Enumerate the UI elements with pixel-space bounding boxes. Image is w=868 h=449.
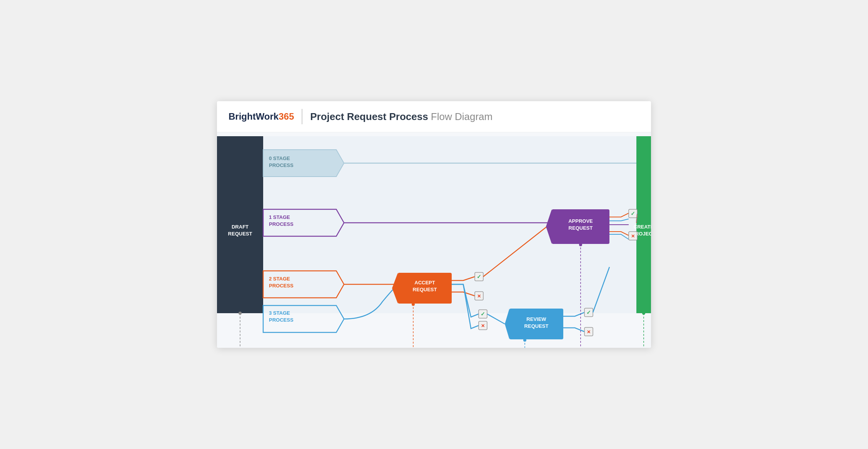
- review-label1: REVIEW: [526, 316, 546, 322]
- review-check-mark1: ✓: [481, 311, 485, 317]
- logo-365: 365: [279, 111, 294, 122]
- approve-label2: REQUEST: [569, 225, 593, 231]
- blue-to-review: [487, 314, 505, 324]
- approve-check-mark: ✓: [631, 210, 635, 217]
- draft-request-label: DRAFT: [232, 224, 249, 230]
- accept-x-mark: ✕: [477, 294, 481, 299]
- approve-x-mark: ✕: [631, 234, 635, 239]
- logo-brightwork: BrightWork: [229, 111, 279, 122]
- accept-dot: [412, 303, 415, 306]
- accept-label1: ACCEPT: [414, 280, 435, 285]
- approve-label1: APPROVE: [568, 218, 593, 224]
- draft-request-label2: REQUEST: [228, 231, 252, 237]
- logo-divider: [302, 109, 302, 124]
- review-x-mark1: ✕: [481, 323, 485, 329]
- logo-text: BrightWork365: [229, 111, 294, 122]
- logo-section: BrightWork365: [229, 111, 294, 122]
- stage2-label: PROCESS: [269, 283, 294, 289]
- stage3-label: PROCESS: [269, 317, 294, 323]
- review-dot: [523, 339, 526, 342]
- review-to-approve-down: [563, 328, 584, 332]
- stage0-number: 0 STAGE: [269, 155, 290, 161]
- create-project-label: CREATE: [634, 224, 651, 230]
- approve-dot: [579, 243, 582, 246]
- draft-dot: [239, 312, 242, 315]
- diagram-svg: DRAFT REQUEST CREATE PROJECT 0 STAGE PRO…: [217, 132, 651, 348]
- title-flow: Flow Diagram: [431, 111, 492, 122]
- stage3-number: 3 STAGE: [269, 310, 290, 316]
- review-x-mark2: ✕: [587, 329, 591, 335]
- title-bold: Project Request Process: [310, 111, 428, 122]
- review-check-mark2: ✓: [586, 309, 591, 315]
- page-container: BrightWork365 Project Request Process Fl…: [217, 101, 651, 348]
- header-title: Project Request Process Flow Diagram: [310, 111, 492, 123]
- header: BrightWork365 Project Request Process Fl…: [217, 101, 651, 132]
- stage2-number: 2 STAGE: [269, 276, 290, 282]
- accept-label2: REQUEST: [413, 287, 437, 292]
- stage1-number: 1 STAGE: [269, 214, 290, 220]
- review-label2: REQUEST: [524, 323, 549, 329]
- stage0-label: PROCESS: [269, 162, 294, 168]
- create-dot: [642, 312, 645, 315]
- accept-check-mark: ✓: [477, 274, 481, 280]
- stage1-label: PROCESS: [269, 221, 294, 227]
- diagram-container: DRAFT REQUEST CREATE PROJECT 0 STAGE PRO…: [217, 132, 651, 348]
